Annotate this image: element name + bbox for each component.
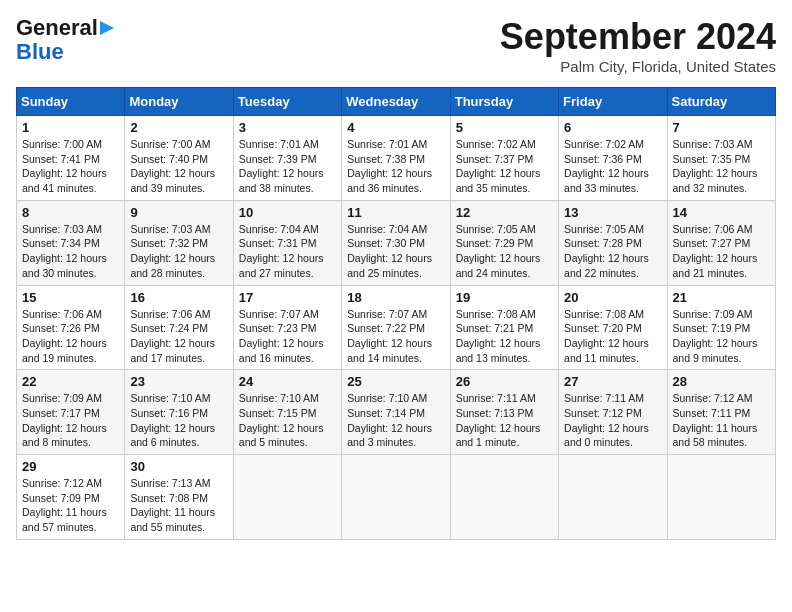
column-header-saturday: Saturday bbox=[667, 88, 775, 116]
day-number: 18 bbox=[347, 290, 444, 305]
day-info: Sunrise: 7:05 AMSunset: 7:29 PMDaylight:… bbox=[456, 222, 553, 281]
day-info: Sunrise: 7:01 AMSunset: 7:38 PMDaylight:… bbox=[347, 137, 444, 196]
day-number: 9 bbox=[130, 205, 227, 220]
calendar-day-19: 19Sunrise: 7:08 AMSunset: 7:21 PMDayligh… bbox=[450, 285, 558, 370]
day-number: 1 bbox=[22, 120, 119, 135]
logo-text-blue: Blue bbox=[16, 39, 64, 64]
calendar-day-27: 27Sunrise: 7:11 AMSunset: 7:12 PMDayligh… bbox=[559, 370, 667, 455]
calendar-day-26: 26Sunrise: 7:11 AMSunset: 7:13 PMDayligh… bbox=[450, 370, 558, 455]
day-number: 21 bbox=[673, 290, 770, 305]
calendar-table: SundayMondayTuesdayWednesdayThursdayFrid… bbox=[16, 87, 776, 540]
day-number: 14 bbox=[673, 205, 770, 220]
calendar-day-5: 5Sunrise: 7:02 AMSunset: 7:37 PMDaylight… bbox=[450, 116, 558, 201]
day-number: 17 bbox=[239, 290, 336, 305]
day-number: 15 bbox=[22, 290, 119, 305]
calendar-day-6: 6Sunrise: 7:02 AMSunset: 7:36 PMDaylight… bbox=[559, 116, 667, 201]
calendar-day-24: 24Sunrise: 7:10 AMSunset: 7:15 PMDayligh… bbox=[233, 370, 341, 455]
day-number: 16 bbox=[130, 290, 227, 305]
location: Palm City, Florida, United States bbox=[500, 58, 776, 75]
calendar-day-18: 18Sunrise: 7:07 AMSunset: 7:22 PMDayligh… bbox=[342, 285, 450, 370]
calendar-day-16: 16Sunrise: 7:06 AMSunset: 7:24 PMDayligh… bbox=[125, 285, 233, 370]
day-info: Sunrise: 7:09 AMSunset: 7:17 PMDaylight:… bbox=[22, 391, 119, 450]
empty-cell bbox=[342, 455, 450, 540]
day-info: Sunrise: 7:07 AMSunset: 7:22 PMDaylight:… bbox=[347, 307, 444, 366]
day-number: 10 bbox=[239, 205, 336, 220]
day-number: 25 bbox=[347, 374, 444, 389]
calendar-day-14: 14Sunrise: 7:06 AMSunset: 7:27 PMDayligh… bbox=[667, 200, 775, 285]
column-header-sunday: Sunday bbox=[17, 88, 125, 116]
page-header: General Blue September 2024 Palm City, F… bbox=[16, 16, 776, 75]
column-header-tuesday: Tuesday bbox=[233, 88, 341, 116]
calendar-day-20: 20Sunrise: 7:08 AMSunset: 7:20 PMDayligh… bbox=[559, 285, 667, 370]
day-number: 26 bbox=[456, 374, 553, 389]
day-info: Sunrise: 7:12 AMSunset: 7:09 PMDaylight:… bbox=[22, 476, 119, 535]
day-info: Sunrise: 7:08 AMSunset: 7:21 PMDaylight:… bbox=[456, 307, 553, 366]
logo-arrow-icon bbox=[98, 19, 116, 37]
calendar-day-17: 17Sunrise: 7:07 AMSunset: 7:23 PMDayligh… bbox=[233, 285, 341, 370]
calendar-day-3: 3Sunrise: 7:01 AMSunset: 7:39 PMDaylight… bbox=[233, 116, 341, 201]
column-header-monday: Monday bbox=[125, 88, 233, 116]
calendar-week-5: 29Sunrise: 7:12 AMSunset: 7:09 PMDayligh… bbox=[17, 455, 776, 540]
calendar-day-2: 2Sunrise: 7:00 AMSunset: 7:40 PMDaylight… bbox=[125, 116, 233, 201]
calendar-day-28: 28Sunrise: 7:12 AMSunset: 7:11 PMDayligh… bbox=[667, 370, 775, 455]
day-number: 3 bbox=[239, 120, 336, 135]
svg-marker-0 bbox=[100, 21, 114, 35]
day-info: Sunrise: 7:09 AMSunset: 7:19 PMDaylight:… bbox=[673, 307, 770, 366]
empty-cell bbox=[667, 455, 775, 540]
calendar-header-row: SundayMondayTuesdayWednesdayThursdayFrid… bbox=[17, 88, 776, 116]
logo: General Blue bbox=[16, 16, 116, 64]
day-number: 29 bbox=[22, 459, 119, 474]
column-header-thursday: Thursday bbox=[450, 88, 558, 116]
title-block: September 2024 Palm City, Florida, Unite… bbox=[500, 16, 776, 75]
calendar-day-8: 8Sunrise: 7:03 AMSunset: 7:34 PMDaylight… bbox=[17, 200, 125, 285]
calendar-week-3: 15Sunrise: 7:06 AMSunset: 7:26 PMDayligh… bbox=[17, 285, 776, 370]
day-info: Sunrise: 7:04 AMSunset: 7:30 PMDaylight:… bbox=[347, 222, 444, 281]
calendar-week-4: 22Sunrise: 7:09 AMSunset: 7:17 PMDayligh… bbox=[17, 370, 776, 455]
day-info: Sunrise: 7:06 AMSunset: 7:24 PMDaylight:… bbox=[130, 307, 227, 366]
calendar-day-30: 30Sunrise: 7:13 AMSunset: 7:08 PMDayligh… bbox=[125, 455, 233, 540]
calendar-day-4: 4Sunrise: 7:01 AMSunset: 7:38 PMDaylight… bbox=[342, 116, 450, 201]
day-number: 2 bbox=[130, 120, 227, 135]
day-info: Sunrise: 7:00 AMSunset: 7:41 PMDaylight:… bbox=[22, 137, 119, 196]
day-info: Sunrise: 7:08 AMSunset: 7:20 PMDaylight:… bbox=[564, 307, 661, 366]
day-number: 11 bbox=[347, 205, 444, 220]
day-info: Sunrise: 7:12 AMSunset: 7:11 PMDaylight:… bbox=[673, 391, 770, 450]
day-number: 4 bbox=[347, 120, 444, 135]
day-info: Sunrise: 7:07 AMSunset: 7:23 PMDaylight:… bbox=[239, 307, 336, 366]
calendar-day-21: 21Sunrise: 7:09 AMSunset: 7:19 PMDayligh… bbox=[667, 285, 775, 370]
calendar-day-23: 23Sunrise: 7:10 AMSunset: 7:16 PMDayligh… bbox=[125, 370, 233, 455]
day-info: Sunrise: 7:02 AMSunset: 7:37 PMDaylight:… bbox=[456, 137, 553, 196]
calendar-week-1: 1Sunrise: 7:00 AMSunset: 7:41 PMDaylight… bbox=[17, 116, 776, 201]
empty-cell bbox=[450, 455, 558, 540]
day-info: Sunrise: 7:13 AMSunset: 7:08 PMDaylight:… bbox=[130, 476, 227, 535]
calendar-day-7: 7Sunrise: 7:03 AMSunset: 7:35 PMDaylight… bbox=[667, 116, 775, 201]
day-number: 5 bbox=[456, 120, 553, 135]
day-number: 13 bbox=[564, 205, 661, 220]
calendar-day-10: 10Sunrise: 7:04 AMSunset: 7:31 PMDayligh… bbox=[233, 200, 341, 285]
calendar-day-1: 1Sunrise: 7:00 AMSunset: 7:41 PMDaylight… bbox=[17, 116, 125, 201]
day-info: Sunrise: 7:10 AMSunset: 7:16 PMDaylight:… bbox=[130, 391, 227, 450]
day-info: Sunrise: 7:10 AMSunset: 7:14 PMDaylight:… bbox=[347, 391, 444, 450]
month-title: September 2024 bbox=[500, 16, 776, 58]
calendar-day-13: 13Sunrise: 7:05 AMSunset: 7:28 PMDayligh… bbox=[559, 200, 667, 285]
day-info: Sunrise: 7:03 AMSunset: 7:32 PMDaylight:… bbox=[130, 222, 227, 281]
day-number: 22 bbox=[22, 374, 119, 389]
calendar-day-12: 12Sunrise: 7:05 AMSunset: 7:29 PMDayligh… bbox=[450, 200, 558, 285]
day-number: 24 bbox=[239, 374, 336, 389]
day-number: 12 bbox=[456, 205, 553, 220]
day-number: 23 bbox=[130, 374, 227, 389]
calendar-day-25: 25Sunrise: 7:10 AMSunset: 7:14 PMDayligh… bbox=[342, 370, 450, 455]
day-number: 7 bbox=[673, 120, 770, 135]
day-number: 8 bbox=[22, 205, 119, 220]
day-info: Sunrise: 7:01 AMSunset: 7:39 PMDaylight:… bbox=[239, 137, 336, 196]
calendar-day-29: 29Sunrise: 7:12 AMSunset: 7:09 PMDayligh… bbox=[17, 455, 125, 540]
calendar-day-15: 15Sunrise: 7:06 AMSunset: 7:26 PMDayligh… bbox=[17, 285, 125, 370]
day-info: Sunrise: 7:04 AMSunset: 7:31 PMDaylight:… bbox=[239, 222, 336, 281]
day-info: Sunrise: 7:11 AMSunset: 7:12 PMDaylight:… bbox=[564, 391, 661, 450]
empty-cell bbox=[233, 455, 341, 540]
day-info: Sunrise: 7:00 AMSunset: 7:40 PMDaylight:… bbox=[130, 137, 227, 196]
day-number: 20 bbox=[564, 290, 661, 305]
calendar-day-11: 11Sunrise: 7:04 AMSunset: 7:30 PMDayligh… bbox=[342, 200, 450, 285]
day-number: 19 bbox=[456, 290, 553, 305]
day-info: Sunrise: 7:05 AMSunset: 7:28 PMDaylight:… bbox=[564, 222, 661, 281]
